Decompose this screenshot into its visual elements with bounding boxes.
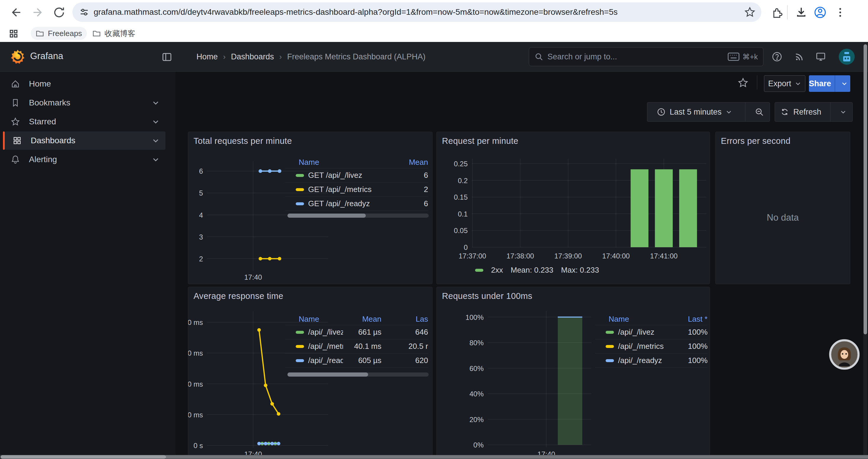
series-name: /api/_/livez — [308, 328, 343, 337]
panel-title[interactable]: Average response time — [193, 291, 283, 301]
profile-icon — [814, 6, 827, 19]
download-icon — [795, 6, 807, 19]
legend-scrollbar-thumb[interactable] — [287, 372, 368, 376]
vertical-scrollbar-thumb[interactable] — [864, 44, 867, 334]
search-placeholder: Search or jump to... — [548, 52, 723, 61]
series-swatch — [606, 359, 614, 362]
help-button[interactable] — [772, 52, 782, 62]
sidebar-item-alerting[interactable]: Alerting — [3, 150, 165, 169]
reload-icon — [53, 6, 66, 19]
bell-icon — [11, 155, 20, 164]
legend-inline[interactable]: 2xx Mean: 0.233 Max: 0.233 — [475, 266, 599, 275]
site-settings-icon[interactable] — [79, 7, 90, 18]
series-name: GET /api/_/livez — [308, 171, 362, 180]
legend-row[interactable]: GET /api/_/metrics2 — [285, 182, 428, 196]
breadcrumb-dashboards[interactable]: Dashboards — [231, 52, 274, 61]
legend-header-row: NameLast * — [595, 313, 708, 325]
profile-button[interactable] — [811, 3, 830, 22]
share-button[interactable]: Share — [809, 75, 850, 92]
series-mean: Mean: 0.233 — [510, 266, 553, 275]
series-value: 620 — [381, 356, 428, 365]
browser-menu-button[interactable] — [831, 3, 850, 22]
news-button[interactable] — [794, 52, 805, 62]
side-panel-apps-button[interactable] — [4, 24, 23, 43]
legend-row[interactable]: GET /api/_/readyz6 — [285, 196, 428, 210]
panel-title[interactable]: Request per minute — [442, 136, 518, 146]
chevron-down-icon[interactable] — [152, 156, 159, 163]
horizontal-scrollbar-thumb[interactable] — [165, 455, 868, 459]
clock-icon — [657, 107, 665, 117]
series-name[interactable]: 2xx — [491, 266, 503, 275]
grafana-logo[interactable] — [10, 49, 25, 64]
favorite-star-icon[interactable] — [737, 77, 749, 88]
floating-assistant-avatar[interactable] — [829, 339, 860, 370]
url-text[interactable]: grafana.mathmast.com/d/deytv4rwavabkb/fr… — [94, 7, 738, 17]
export-button[interactable]: Export — [764, 75, 805, 92]
legend-header[interactable]: Last * — [669, 315, 708, 324]
y-axis-tick-label: 0 s — [193, 441, 203, 450]
share-menu-button[interactable] — [839, 80, 850, 87]
zoom-out-button[interactable] — [749, 107, 770, 117]
legend-table: NameMeanLas/api/_/livez661 µs646/api/_/m… — [285, 313, 428, 368]
chevron-down-icon[interactable] — [152, 99, 159, 107]
chevron-down-icon[interactable] — [152, 118, 159, 126]
segment-divider — [830, 102, 831, 121]
legend-header[interactable]: Mean — [343, 315, 381, 324]
bar — [679, 169, 697, 247]
legend-row[interactable]: /api/_/metrics40.1 ms20.5 r — [285, 339, 428, 353]
browser-reload-button[interactable] — [50, 3, 68, 22]
display-button[interactable] — [815, 52, 826, 62]
bookmark-folder-freeleaps[interactable]: Freeleaps — [31, 27, 87, 40]
y-axis-tick-label: 0.25 — [454, 160, 468, 168]
horizontal-scrollbar-thumb[interactable] — [1, 455, 166, 459]
series-point — [277, 442, 280, 446]
legend-header[interactable]: Name — [299, 158, 396, 167]
legend-scrollbar[interactable] — [287, 214, 429, 218]
series-value: 6 — [396, 199, 428, 208]
panel-title[interactable]: Errors per second — [721, 136, 790, 146]
bookmark-folder-blogs[interactable]: 收藏博客 — [88, 27, 140, 40]
grafana-brand[interactable]: Grafana — [30, 51, 63, 61]
breadcrumb-home[interactable]: Home — [196, 52, 218, 61]
series-swatch — [475, 269, 483, 272]
refresh-button[interactable]: Refresh — [775, 107, 827, 117]
chevron-down-icon[interactable] — [152, 137, 159, 144]
dock-menu-icon[interactable] — [161, 52, 173, 63]
sidebar-item-home[interactable]: Home — [3, 75, 165, 93]
legend-header[interactable]: Name — [299, 315, 343, 324]
x-axis-tick-label: 17:40 — [244, 273, 262, 281]
legend-scrollbar-thumb[interactable] — [287, 214, 366, 218]
legend-row[interactable]: /api/_/readyz100% — [595, 353, 708, 367]
refresh-interval-button[interactable] — [834, 109, 852, 115]
browser-forward-button[interactable] — [28, 3, 47, 22]
legend-row[interactable]: /api/_/metrics100% — [595, 339, 708, 353]
legend-row[interactable]: GET /api/_/livez6 — [285, 168, 428, 182]
extensions-button[interactable] — [767, 3, 786, 22]
downloads-button[interactable] — [792, 3, 811, 22]
share-split-divider — [835, 75, 835, 92]
search-input[interactable]: Search or jump to... ⌘+k — [529, 47, 764, 66]
sidebar-item-starred[interactable]: Starred — [3, 112, 165, 131]
bookmark-star-icon[interactable] — [744, 6, 755, 18]
browser-back-button[interactable] — [6, 3, 25, 22]
sidebar-item-dashboards[interactable]: Dashboards — [5, 131, 165, 150]
panel-title[interactable]: Requests under 100ms — [442, 291, 532, 301]
panel-title[interactable]: Total requests per minute — [193, 136, 292, 146]
sidebar-item-bookmarks[interactable]: Bookmarks — [3, 94, 165, 112]
time-range-picker[interactable]: Last 5 minutes — [647, 107, 742, 117]
legend-row[interactable]: /api/_/readyz605 µs620 — [285, 353, 428, 367]
user-avatar[interactable] — [838, 48, 855, 65]
url-bar[interactable]: grafana.mathmast.com/d/deytv4rwavabkb/fr… — [72, 2, 761, 22]
legend-header[interactable]: Name — [609, 315, 669, 324]
legend-row[interactable]: /api/_/livez661 µs646 — [285, 325, 428, 339]
series-point — [270, 402, 274, 405]
breadcrumb: Home › Dashboards › Freeleaps Metrics Da… — [196, 42, 426, 71]
legend-header[interactable]: Las — [381, 315, 428, 324]
legend-row[interactable]: /api/_/livez100% — [595, 325, 708, 339]
bookmark-icon — [11, 98, 20, 107]
help-icon — [772, 52, 782, 62]
legend-header[interactable]: Mean — [396, 158, 428, 167]
legend-scrollbar[interactable] — [287, 372, 429, 376]
series-point — [264, 442, 267, 446]
bar-chart[interactable]: 0.250.20.150.10.05017:37:0017:38:0017:39… — [437, 132, 710, 285]
